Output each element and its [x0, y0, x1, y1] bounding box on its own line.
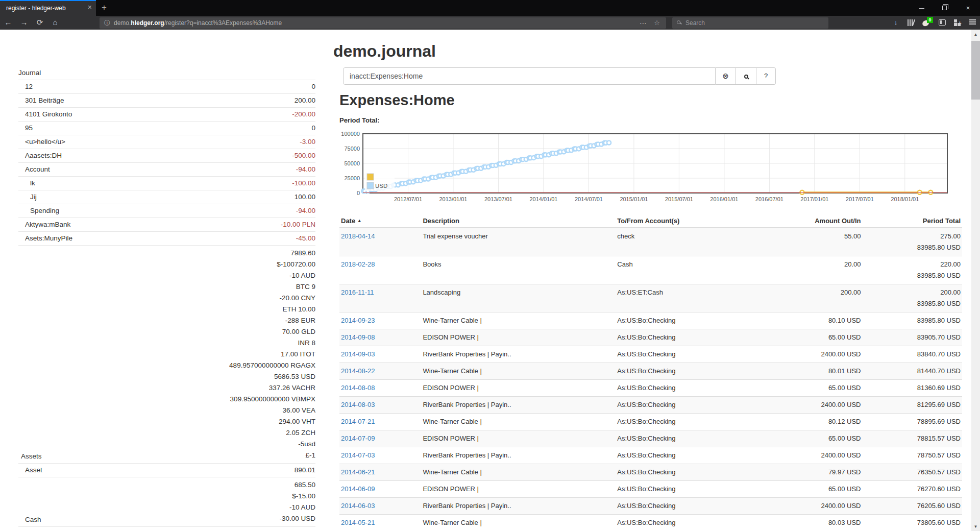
account-balance: -94.00	[296, 206, 315, 215]
account-link[interactable]: Spending	[18, 206, 59, 215]
transaction-account: Cash	[616, 256, 785, 284]
search-submit-button[interactable]	[736, 67, 756, 85]
account-link[interactable]: 12	[18, 82, 33, 91]
transaction-date-link[interactable]: 2014-08-03	[341, 401, 375, 408]
library-icon[interactable]	[903, 16, 918, 30]
transaction-date-link[interactable]: 2014-07-21	[341, 418, 375, 425]
window-restore-button[interactable]	[933, 0, 956, 16]
search-placeholder: Search	[685, 17, 705, 29]
transaction-account: As:US:Bo:Checking	[616, 329, 785, 346]
account-link[interactable]: Aaasets:DH	[18, 151, 62, 160]
page-actions-icon[interactable]: ⋯	[640, 17, 647, 29]
column-header-amount: Amount Out/In	[785, 214, 862, 228]
svg-text:75000: 75000	[344, 146, 360, 152]
help-button[interactable]: ?	[756, 67, 776, 85]
svg-text:2012/07/01: 2012/07/01	[394, 196, 422, 202]
period-total-label: Period Total:	[339, 116, 379, 124]
column-header-date[interactable]: Date ▲	[339, 214, 421, 228]
browser-search-bar[interactable]: Search	[672, 17, 828, 29]
transaction-amount: 79.97 USD	[785, 464, 862, 481]
scrollbar-thumb[interactable]	[971, 41, 980, 100]
sidebar-account-row: 4101 Girokonto-200.00	[18, 108, 315, 122]
transaction-date-link[interactable]: 2014-09-03	[341, 350, 375, 358]
account-balance: -3.00	[300, 137, 315, 147]
bookmark-star-icon[interactable]: ☆	[654, 17, 660, 29]
sidebar-account-row: 950	[18, 122, 315, 135]
forward-icon[interactable]: →	[17, 16, 31, 30]
transaction-amount: 80.03 USD	[785, 515, 862, 531]
transaction-description: Books	[421, 256, 616, 284]
transaction-description: Trial expense voucher	[421, 228, 616, 256]
transaction-date-link[interactable]: 2018-04-14	[341, 232, 375, 240]
transaction-date-link[interactable]: 2014-06-09	[341, 485, 375, 493]
account-link[interactable]: Account	[18, 165, 50, 174]
register-row: 2014-09-03RiverBank Properties | Payin..…	[339, 346, 962, 363]
account-balance: 0	[311, 82, 315, 91]
transaction-period-total: 78895.69 USD	[862, 414, 962, 430]
transaction-date-link[interactable]: 2018-02-28	[341, 260, 375, 268]
account-link[interactable]: 301 Beiträge	[18, 96, 64, 105]
url-bar[interactable]: ⓘ demo.hledger.org/register?q=inacct%3AE…	[100, 17, 666, 29]
register-row: 2014-06-21Wine-Tarner Cable |As:US:Bo:Ch…	[339, 464, 962, 481]
account-link[interactable]: Asets:MunyPile	[18, 234, 72, 243]
transaction-amount: 80.10 USD	[785, 312, 862, 329]
sidebar-account-row: -117.00	[18, 527, 315, 531]
scroll-up-icon[interactable]: ▲	[971, 31, 980, 39]
account-link[interactable]: Cash	[18, 515, 41, 524]
account-link[interactable]: Journal	[18, 68, 41, 78]
transaction-amount: 80.01 USD	[785, 363, 862, 380]
browser-tab[interactable]: register - hledger-web ×	[0, 0, 96, 16]
sidebar-account-row: Account-94.00	[18, 163, 315, 177]
reload-icon[interactable]: ⟳	[33, 16, 47, 30]
transaction-date-link[interactable]: 2016-11-11	[341, 288, 374, 296]
transaction-description: RiverBank Properties | Payin..	[421, 397, 616, 414]
transaction-amount: 65.00 USD	[785, 329, 862, 346]
menu-hamburger-icon[interactable]	[965, 16, 979, 30]
account-balance: 890.01	[295, 466, 315, 475]
clear-query-button[interactable]: ⊗	[716, 67, 736, 85]
account-link[interactable]: Assets	[18, 452, 42, 461]
browser-titlebar: register - hledger-web × + ×	[0, 0, 980, 16]
svg-text:2017/07/01: 2017/07/01	[846, 196, 874, 202]
transaction-date-link[interactable]: 2014-07-09	[341, 435, 375, 442]
transaction-date-link[interactable]: 2014-08-08	[341, 384, 375, 392]
register-row: 2016-11-11LandscapingAs:US:ET:Cash200.00…	[339, 284, 962, 312]
extensions-grid-icon[interactable]	[950, 16, 964, 30]
transaction-period-total: 83840.70 USD	[862, 346, 962, 363]
extension-bird-icon[interactable]: 0	[918, 16, 933, 30]
transaction-date-link[interactable]: 2014-09-23	[341, 317, 375, 324]
transaction-date-link[interactable]: 2014-07-03	[341, 451, 375, 459]
account-balance: 100.00	[295, 192, 315, 202]
svg-text:2017/01/01: 2017/01/01	[800, 196, 828, 202]
transaction-period-total: 200.0083985.80 USD	[862, 284, 962, 312]
account-balance: -45.00	[296, 234, 315, 243]
back-icon[interactable]: ←	[1, 16, 15, 30]
site-info-icon[interactable]: ⓘ	[104, 17, 110, 29]
transaction-date-link[interactable]: 2014-09-08	[341, 333, 375, 341]
account-link[interactable]: Jij	[18, 192, 37, 202]
transaction-date-link[interactable]: 2014-08-22	[341, 367, 375, 375]
transaction-description: Wine-Tarner Cable |	[421, 312, 616, 329]
hledger-web-page: Journal120301 Beiträge200.004101 Girokon…	[0, 30, 980, 531]
sidebars-toggle-icon[interactable]	[935, 16, 949, 30]
account-link[interactable]: Aktywa:mBank	[18, 220, 70, 229]
tab-close-icon[interactable]: ×	[88, 3, 92, 11]
vertical-scrollbar[interactable]: ▲ ▼	[971, 30, 980, 531]
downloads-icon[interactable]: ↓	[889, 16, 903, 30]
transaction-date-link[interactable]: 2014-06-21	[341, 468, 375, 476]
transaction-account: As:US:Bo:Checking	[616, 515, 785, 531]
transaction-date-link[interactable]: 2014-06-03	[341, 502, 375, 510]
account-link[interactable]: lk	[18, 179, 35, 188]
home-icon[interactable]: ⌂	[48, 16, 62, 30]
query-input[interactable]	[343, 67, 716, 85]
account-link[interactable]: 95	[18, 124, 33, 133]
account-link[interactable]: 4101 Girokonto	[18, 110, 72, 119]
transaction-date-link[interactable]: 2014-05-21	[341, 519, 375, 526]
account-link[interactable]: <u>hello</u>	[18, 137, 65, 147]
window-close-button[interactable]: ×	[957, 0, 979, 16]
transaction-amount: 2400.00 USD	[785, 447, 862, 464]
scroll-down-icon[interactable]: ▼	[971, 523, 980, 531]
new-tab-button[interactable]: +	[96, 0, 112, 16]
account-link[interactable]: Asset	[18, 466, 42, 475]
window-minimize-button[interactable]	[910, 0, 933, 16]
